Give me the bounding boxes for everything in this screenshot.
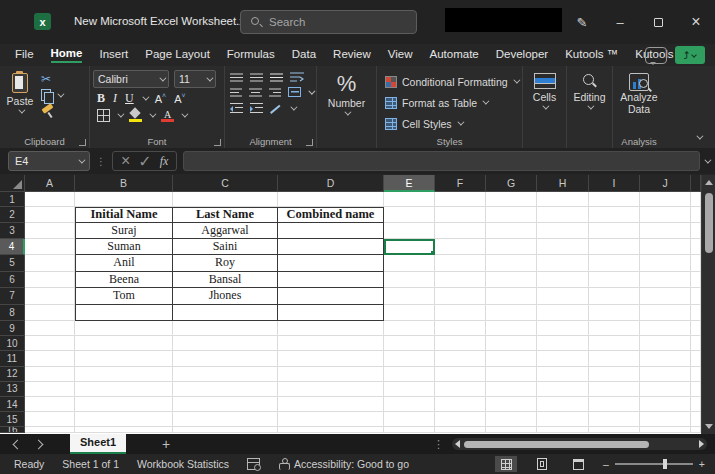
cell[interactable] [537, 367, 589, 382]
cell[interactable] [640, 207, 691, 223]
cell[interactable] [384, 207, 435, 223]
cell[interactable] [75, 427, 173, 433]
workbook-statistics[interactable]: Workbook Statistics [137, 458, 229, 470]
page-break-view-button[interactable] [567, 456, 589, 472]
cell[interactable] [486, 288, 537, 305]
cell[interactable] [75, 305, 173, 322]
zoom-out-button[interactable]: – [603, 458, 609, 470]
number-format-button[interactable]: % Number [328, 70, 365, 134]
cell[interactable] [435, 427, 486, 433]
cell[interactable] [486, 305, 537, 322]
column-header[interactable]: A [25, 175, 75, 192]
cell[interactable] [384, 305, 435, 322]
wrap-text-icon[interactable] [290, 72, 304, 82]
cell[interactable] [537, 223, 589, 239]
cell[interactable] [278, 192, 384, 207]
row-header[interactable]: 13 [0, 382, 25, 397]
vertical-scroll-thumb[interactable] [705, 193, 713, 253]
row-header[interactable]: 1 [0, 192, 25, 207]
cell[interactable] [25, 367, 75, 382]
formula-bar-expand-icon[interactable] [704, 156, 711, 163]
cell[interactable] [486, 192, 537, 207]
cell[interactable] [640, 255, 691, 272]
cell[interactable] [486, 255, 537, 272]
next-sheet-icon[interactable] [34, 439, 44, 449]
cell[interactable] [640, 427, 691, 433]
conditional-formatting-button[interactable]: Conditional Formatting [385, 72, 519, 91]
borders-icon[interactable] [97, 109, 110, 122]
cell[interactable] [435, 239, 486, 256]
cell[interactable] [25, 239, 75, 256]
cell[interactable] [384, 351, 435, 366]
vertical-scrollbar[interactable] [701, 175, 715, 434]
accessibility-status[interactable]: Accessibility: Good to go [278, 458, 409, 470]
copy-icon[interactable] [41, 89, 52, 102]
insert-function-icon[interactable]: fx [160, 154, 169, 169]
cell[interactable]: Anil [75, 255, 173, 272]
column-header[interactable]: G [486, 175, 537, 192]
analyze-data-button[interactable]: Analyze Data [620, 70, 657, 134]
cell[interactable] [691, 351, 701, 366]
cell[interactable] [640, 351, 691, 366]
menu-page-layout[interactable]: Page Layout [145, 48, 210, 62]
cell[interactable] [435, 305, 486, 322]
cell[interactable] [589, 239, 640, 256]
column-header[interactable]: C [173, 175, 278, 192]
cell[interactable] [278, 272, 384, 289]
cell[interactable] [278, 223, 384, 239]
cell[interactable] [435, 367, 486, 382]
column-header[interactable]: D [278, 175, 384, 192]
cell[interactable] [384, 412, 435, 427]
cell[interactable] [173, 305, 278, 322]
cell[interactable] [486, 427, 537, 433]
cell[interactable] [589, 305, 640, 322]
align-center-icon[interactable] [249, 88, 261, 97]
font-name-select[interactable]: Calibri [93, 70, 169, 88]
cell[interactable] [278, 239, 384, 256]
cell[interactable] [75, 397, 173, 412]
cell[interactable] [75, 321, 173, 336]
format-painter-icon[interactable] [41, 105, 54, 118]
cell[interactable] [537, 382, 589, 397]
cell[interactable] [691, 382, 701, 397]
cell[interactable] [25, 351, 75, 366]
cell[interactable] [75, 351, 173, 366]
add-sheet-button[interactable]: + [162, 436, 170, 452]
menu-file[interactable]: File [15, 48, 34, 62]
scroll-up-icon[interactable] [705, 180, 713, 185]
row-header[interactable]: 12 [0, 367, 25, 382]
row-header[interactable]: 7 [0, 288, 25, 305]
column-header[interactable]: J [640, 175, 691, 192]
cell[interactable] [278, 305, 384, 322]
row-header[interactable]: 8 [0, 305, 25, 322]
menu-automate[interactable]: Automate [430, 48, 479, 62]
cell[interactable]: Roy [173, 255, 278, 272]
italic-button[interactable]: I [113, 91, 117, 106]
cell[interactable] [537, 239, 589, 256]
cell[interactable] [384, 255, 435, 272]
column-header[interactable] [691, 175, 701, 192]
cell[interactable] [384, 239, 435, 256]
cell[interactable] [25, 223, 75, 239]
horizontal-scrollbar[interactable] [452, 438, 707, 450]
cell[interactable] [640, 382, 691, 397]
row-header[interactable]: 11 [0, 351, 25, 366]
editing-button[interactable]: Editing [573, 70, 605, 134]
cell[interactable] [435, 223, 486, 239]
row-header[interactable]: 2 [0, 207, 25, 223]
cell[interactable] [640, 192, 691, 207]
cell[interactable] [278, 255, 384, 272]
row-header[interactable]: 14 [0, 397, 25, 412]
cell[interactable] [486, 321, 537, 336]
cell[interactable] [173, 321, 278, 336]
cell[interactable] [537, 192, 589, 207]
cell[interactable] [384, 272, 435, 289]
search-input[interactable]: Search [240, 10, 417, 34]
select-all-corner[interactable] [0, 175, 25, 192]
column-header[interactable]: I [589, 175, 640, 192]
cell[interactable] [384, 336, 435, 351]
bold-button[interactable]: B [97, 91, 105, 106]
font-color-icon[interactable]: A [161, 109, 174, 122]
cell[interactable] [486, 397, 537, 412]
cell[interactable] [75, 367, 173, 382]
